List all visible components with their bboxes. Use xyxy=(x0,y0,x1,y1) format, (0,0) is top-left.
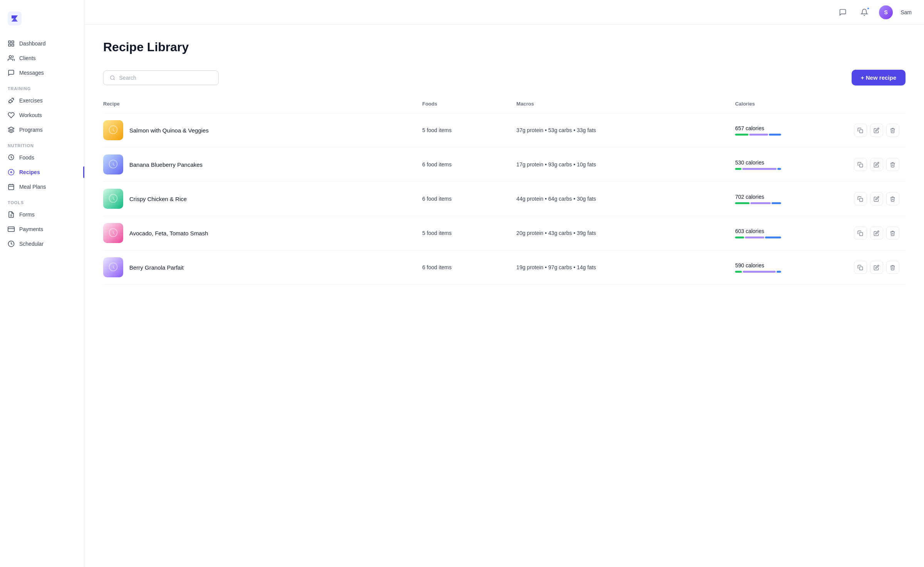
dashboard-icon xyxy=(8,40,15,47)
search-box[interactable] xyxy=(103,70,219,85)
delete-button[interactable] xyxy=(886,124,899,137)
payments-icon xyxy=(8,226,15,233)
recipe-name: Salmon with Quinoa & Veggies xyxy=(129,127,209,134)
foods-icon xyxy=(8,154,15,161)
sidebar-item-foods[interactable]: Foods xyxy=(0,150,84,165)
foods-count: 6 food items xyxy=(416,148,511,182)
copy-button[interactable] xyxy=(854,261,867,274)
exercises-icon xyxy=(8,97,15,104)
logo[interactable] xyxy=(0,8,84,36)
sidebar-item-meal-plans[interactable]: Meal Plans xyxy=(0,179,84,194)
sidebar-label-clients: Clients xyxy=(19,55,36,61)
svg-rect-9 xyxy=(8,227,15,231)
recipe-thumbnail xyxy=(103,120,123,140)
macro-bar xyxy=(735,202,781,204)
col-foods: Foods xyxy=(416,98,511,113)
sidebar-item-dashboard[interactable]: Dashboard xyxy=(0,36,84,51)
calories-value: 657 calories xyxy=(735,125,842,131)
edit-button[interactable] xyxy=(870,192,883,205)
sidebar-item-messages[interactable]: Messages xyxy=(0,65,84,80)
svg-rect-17 xyxy=(860,267,863,270)
sidebar-item-clients[interactable]: Clients xyxy=(0,51,84,65)
recipe-thumbnail xyxy=(103,189,123,209)
foods-count: 6 food items xyxy=(416,250,511,285)
recipe-name: Crispy Chicken & Rice xyxy=(129,196,187,202)
copy-button[interactable] xyxy=(854,226,867,240)
sidebar-label-workouts: Workouts xyxy=(19,112,42,118)
actions-cell xyxy=(854,158,899,171)
calories-value: 603 calories xyxy=(735,228,842,234)
macros-cell: 17g protein • 93g carbs • 10g fats xyxy=(510,148,729,182)
chat-button[interactable] xyxy=(836,5,850,19)
svg-rect-14 xyxy=(860,164,863,167)
delete-button[interactable] xyxy=(886,226,899,240)
macro-bar xyxy=(735,134,781,136)
edit-button[interactable] xyxy=(870,124,883,137)
table-row: Berry Granola Parfait 6 food items 19g p… xyxy=(103,250,906,285)
sidebar-item-forms[interactable]: Forms xyxy=(0,207,84,222)
page-title: Recipe Library xyxy=(103,40,906,54)
svg-rect-1 xyxy=(8,41,10,43)
edit-button[interactable] xyxy=(870,226,883,240)
copy-button[interactable] xyxy=(854,192,867,205)
foods-count: 6 food items xyxy=(416,182,511,216)
sidebar-label-payments: Payments xyxy=(19,226,43,232)
sidebar-label-meal-plans: Meal Plans xyxy=(19,184,46,190)
sidebar-item-schedular[interactable]: Schedular xyxy=(0,237,84,251)
edit-button[interactable] xyxy=(870,261,883,274)
calories-value: 702 calories xyxy=(735,194,842,200)
sidebar-item-recipes[interactable]: Recipes xyxy=(0,165,84,179)
recipe-name: Avocado, Feta, Tomato Smash xyxy=(129,230,208,237)
svg-point-12 xyxy=(110,75,114,79)
sidebar: Dashboard Clients Messages Training Exer… xyxy=(0,0,85,567)
new-recipe-button[interactable]: + New recipe xyxy=(852,70,906,86)
foods-count: 5 food items xyxy=(416,216,511,250)
sidebar-item-workouts[interactable]: Workouts xyxy=(0,108,84,122)
delete-button[interactable] xyxy=(886,158,899,171)
svg-rect-13 xyxy=(860,129,863,133)
sidebar-item-exercises[interactable]: Exercises xyxy=(0,93,84,108)
programs-icon xyxy=(8,126,15,133)
delete-button[interactable] xyxy=(886,261,899,274)
sidebar-label-foods: Foods xyxy=(19,154,34,161)
svg-rect-6 xyxy=(8,185,14,190)
svg-rect-15 xyxy=(860,198,863,201)
macros-cell: 44g protein • 64g carbs • 30g fats xyxy=(510,182,729,216)
actions-cell xyxy=(854,226,899,240)
recipes-icon xyxy=(8,169,15,176)
avatar: S xyxy=(879,5,893,19)
calories-cell: 702 calories xyxy=(729,182,848,216)
notifications-button[interactable] xyxy=(857,5,871,19)
copy-button[interactable] xyxy=(854,124,867,137)
recipe-name: Banana Blueberry Pancakes xyxy=(129,161,203,168)
toolbar: + New recipe xyxy=(103,70,906,86)
svg-rect-3 xyxy=(8,44,10,46)
calories-cell: 530 calories xyxy=(729,148,848,182)
macros-cell: 37g protein • 53g carbs • 33g fats xyxy=(510,113,729,148)
calories-cell: 590 calories xyxy=(729,250,848,285)
nutrition-section-label: Nutrition xyxy=(0,137,84,150)
copy-button[interactable] xyxy=(854,158,867,171)
notification-dot xyxy=(867,7,870,10)
delete-button[interactable] xyxy=(886,192,899,205)
edit-button[interactable] xyxy=(870,158,883,171)
sidebar-item-payments[interactable]: Payments xyxy=(0,222,84,237)
calories-value: 590 calories xyxy=(735,262,842,268)
col-calories: Calories xyxy=(729,98,848,113)
recipe-name-cell-0: Salmon with Quinoa & Veggies xyxy=(103,120,410,140)
svg-rect-16 xyxy=(860,232,863,235)
table-row: Crispy Chicken & Rice 6 food items 44g p… xyxy=(103,182,906,216)
macro-bar xyxy=(735,271,781,273)
table-row: Salmon with Quinoa & Veggies 5 food item… xyxy=(103,113,906,148)
sidebar-label-dashboard: Dashboard xyxy=(19,40,46,47)
svg-rect-4 xyxy=(12,44,14,46)
user-name: Sam xyxy=(901,9,912,15)
messages-icon xyxy=(8,69,15,76)
macro-bar xyxy=(735,237,781,238)
search-input[interactable] xyxy=(119,75,212,81)
table-row: Avocado, Feta, Tomato Smash 5 food items… xyxy=(103,216,906,250)
recipe-name-cell-1: Banana Blueberry Pancakes xyxy=(103,154,410,174)
content-area: Recipe Library + New recipe Recipe Foods… xyxy=(85,25,924,567)
sidebar-item-programs[interactable]: Programs xyxy=(0,122,84,137)
macro-bar xyxy=(735,168,781,170)
